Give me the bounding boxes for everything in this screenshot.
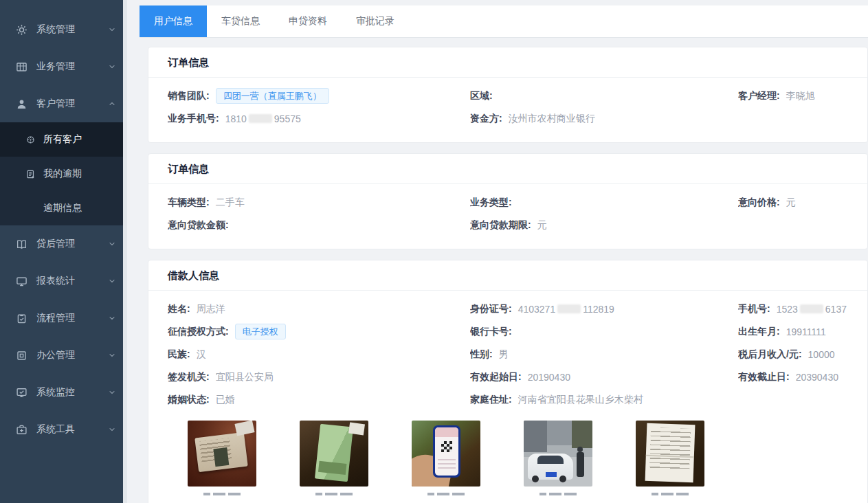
value-prefix: 1810 [225, 113, 247, 124]
field-ethnicity: 民族汉 [168, 348, 470, 361]
redacted-blur [557, 304, 581, 313]
tab-car-loan-info[interactable]: 车贷信息 [207, 5, 274, 37]
card-body: 销售团队四团一营（直属王鹏飞）区域客户经理李晓旭业务手机号181095575资金… [148, 78, 867, 142]
screen-header [435, 427, 458, 437]
photo-caption-clipped [539, 493, 577, 495]
field-intent-loan-term: 意向贷款期限元 [470, 219, 738, 232]
id-card-photo[interactable] [188, 421, 256, 487]
handwritten-document-photo[interactable] [636, 421, 704, 487]
field-funder: 资金方汝州市农村商业银行 [470, 113, 738, 125]
card-title: 借款人信息 [148, 260, 867, 291]
chevron-down-icon [108, 277, 116, 285]
field-value: 20190430 [528, 372, 570, 383]
sidebar-item-overdue-info[interactable]: 逾期信息 [0, 191, 127, 225]
field-value: 4103271112819 [518, 304, 614, 315]
field-business-type: 业务类型 [470, 197, 738, 209]
sidebar-item-office-management[interactable]: 办公管理 [0, 337, 127, 374]
sidebar-item-system-monitor[interactable]: 系统监控 [0, 374, 127, 411]
tag-credit-auth-method: 电子授权 [235, 324, 286, 340]
id-card-portrait [213, 447, 229, 467]
field-label: 意向贷款金额 [168, 219, 235, 232]
sidebar-item-label: 我的逾期 [43, 168, 82, 180]
field-id-number: 身份证号4103271112819 [470, 303, 738, 315]
sidebar-item-business-management[interactable]: 业务管理 [0, 48, 127, 85]
photo-caption-clipped [203, 493, 241, 495]
sidebar-item-my-overdue[interactable]: 我的逾期 [0, 157, 127, 191]
content-area: 订单信息销售团队四团一营（直属王鹏飞）区域客户经理李晓旭业务手机号1810955… [131, 38, 868, 503]
sidebar-item-system-tools[interactable]: 系统工具 [0, 411, 127, 448]
chevron-down-icon [108, 388, 116, 396]
field-value: 20390430 [796, 372, 838, 383]
redacted-blur [800, 304, 823, 313]
field-label: 业务手机号 [168, 113, 225, 125]
tab-user-info[interactable]: 用户信息 [140, 5, 207, 37]
card-title: 订单信息 [148, 47, 867, 78]
monitor-check-icon [16, 387, 27, 399]
sidebar: 系统管理业务管理客户管理所有客户我的逾期逾期信息贷后管理报表统计流程管理办公管理… [0, 0, 127, 503]
field-valid-from: 有效起始日20190430 [470, 371, 738, 383]
field-label: 有效起始日 [470, 371, 528, 383]
field-row: 销售团队四团一营（直属王鹏飞）区域客户经理李晓旭 [168, 85, 848, 107]
sidebar-item-post-loan-management[interactable]: 贷后管理 [0, 225, 127, 262]
square-in-square-icon [16, 350, 27, 361]
phone-qr-code-photo[interactable] [412, 421, 480, 487]
field-value: 周志洋 [197, 303, 225, 315]
tab-loan-application-docs[interactable]: 申贷资料 [274, 5, 342, 37]
sidebar-item-system-management[interactable]: 系统管理 [0, 11, 127, 48]
field-label: 家庭住址 [470, 394, 518, 406]
field-intent-price: 意向价格元 [738, 197, 848, 209]
field-label: 征信授权方式 [168, 326, 235, 338]
field-account-manager: 客户经理李晓旭 [738, 90, 848, 102]
sidebar-item-process-management[interactable]: 流程管理 [0, 300, 127, 337]
sidebar-item-customer-management[interactable]: 客户管理 [0, 85, 127, 122]
field-value: 19911111 [786, 326, 826, 337]
helm-icon [25, 135, 36, 145]
field-label: 银行卡号 [470, 326, 518, 338]
field-value: 李晓旭 [786, 90, 815, 102]
field-label: 性别 [470, 348, 499, 361]
card-order-info-2: 订单信息车辆类型二手车业务类型意向价格元意向贷款金额意向贷款期限元 [148, 153, 868, 249]
green-booklet-photo[interactable] [300, 421, 368, 487]
value-prefix: 1523 [777, 304, 798, 315]
tag-sales-team: 四团一营（直属王鹏飞） [216, 88, 329, 104]
open-book-icon [16, 238, 27, 250]
chevron-down-icon [108, 351, 116, 359]
green-booklet-graphic [315, 424, 353, 482]
person-head [577, 447, 583, 452]
field-label: 资金方 [470, 113, 509, 125]
card-order-info-1: 订单信息销售团队四团一营（直属王鹏飞）区域客户经理李晓旭业务手机号1810955… [148, 47, 868, 143]
field-value: 宜阳县公安局 [216, 371, 274, 383]
chevron-up-icon [108, 100, 116, 108]
sidebar-item-label: 客户管理 [36, 98, 75, 110]
photo-strip [168, 411, 848, 495]
sidebar-item-label: 贷后管理 [36, 238, 75, 250]
field-region: 区域 [470, 90, 738, 102]
sidebar-item-label: 系统监控 [36, 386, 75, 399]
photo-item [524, 421, 592, 495]
field-label: 区域 [470, 90, 499, 102]
field-label: 姓名 [168, 303, 197, 315]
field-bank-card: 银行卡号 [470, 326, 738, 338]
booklet-band [318, 461, 346, 475]
sidebar-item-label: 报表统计 [36, 275, 75, 287]
paper-scrap [348, 423, 365, 436]
field-home-address: 家庭住址河南省宜阳县花果山乡木柴村 [470, 394, 738, 406]
photo-item [188, 421, 256, 495]
chevron-down-icon [108, 314, 116, 322]
sidebar-scrollbar[interactable] [123, 0, 127, 503]
field-value: 181095575 [225, 113, 301, 124]
field-gender: 性别男 [470, 348, 738, 361]
sidebar-item-all-customers[interactable]: 所有客户 [0, 122, 127, 157]
field-value: 汝州市农村商业银行 [509, 113, 595, 125]
tab-approval-records[interactable]: 审批记录 [342, 5, 409, 37]
sidebar-item-label: 办公管理 [36, 349, 75, 361]
paper-scrap [234, 421, 254, 436]
photo-caption-clipped [315, 493, 353, 495]
card-borrower-info: 借款人信息姓名周志洋身份证号4103271112819手机号15236137征信… [148, 260, 868, 503]
sidebar-item-label: 业务管理 [36, 60, 75, 73]
field-label: 意向价格 [738, 197, 786, 209]
person-with-car-photo[interactable] [524, 421, 592, 487]
field-row: 婚姻状态已婚家庭住址河南省宜阳县花果山乡木柴村 [168, 388, 848, 411]
qr-code [441, 441, 452, 452]
sidebar-item-report-statistics[interactable]: 报表统计 [0, 262, 127, 300]
